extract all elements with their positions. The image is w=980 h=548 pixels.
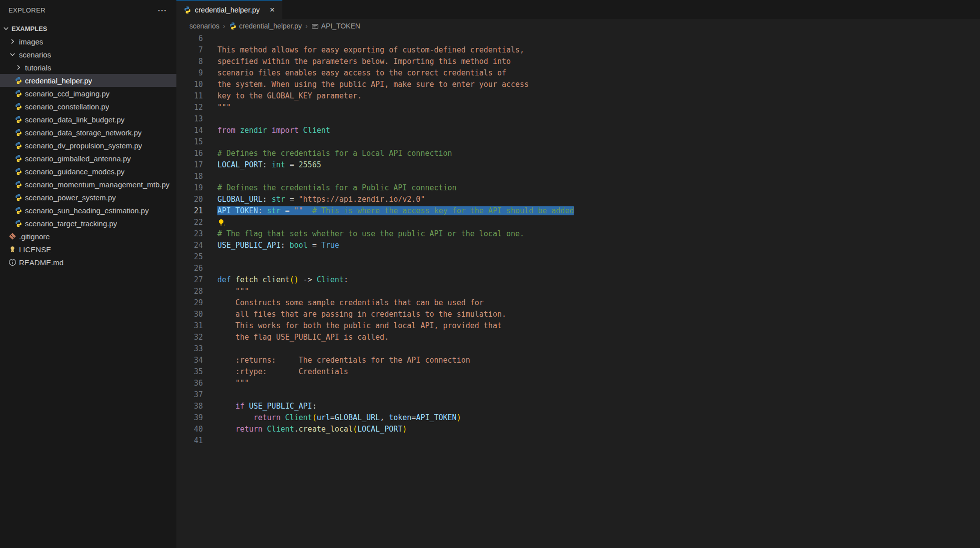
- breadcrumb: scenarios›credential_helper.py›API_TOKEN: [176, 19, 980, 33]
- breadcrumb-item-credential-helper-py[interactable]: credential_helper.py: [229, 22, 302, 30]
- tree-item-scenario-guidance-modes-py[interactable]: scenario_guidance_modes.py: [0, 165, 176, 178]
- code-line[interactable]: 18: [176, 171, 980, 182]
- line-number: 39: [176, 412, 203, 424]
- tree-item-label: .gitignore: [19, 232, 50, 241]
- breadcrumb-label: credential_helper.py: [239, 22, 302, 30]
- line-text: # Defines the credentials for a Public A…: [217, 182, 457, 194]
- code-line[interactable]: 39 return Client(url=GLOBAL_URL, token=A…: [176, 412, 980, 424]
- tree-item-scenarios[interactable]: scenarios: [0, 48, 176, 61]
- code-line[interactable]: 12""": [176, 102, 980, 113]
- code-line[interactable]: 30 all files that are passing in credent…: [176, 309, 980, 320]
- code-editor[interactable]: 67This method allows for easy exporting …: [176, 33, 980, 548]
- tree-item-label: scenario_constellation.py: [25, 102, 109, 111]
- line-number: 29: [176, 297, 203, 309]
- line-number: 35: [176, 366, 203, 378]
- code-line[interactable]: 34 :returns: The credentials for the API…: [176, 355, 980, 366]
- code-line[interactable]: 25: [176, 251, 980, 263]
- tab-label: credential_helper.py: [195, 6, 260, 14]
- code-line[interactable]: 6: [176, 33, 980, 44]
- code-line[interactable]: 32 the flag USE_PUBLIC_API is called.: [176, 332, 980, 343]
- python-icon: [229, 22, 237, 30]
- python-icon: [14, 115, 22, 123]
- tree-item-label: credential_helper.py: [25, 76, 92, 85]
- tree-item-credential-helper-py[interactable]: credential_helper.py: [0, 74, 176, 87]
- code-line[interactable]: 37: [176, 389, 980, 401]
- tree-item-scenario-data-link-budget-py[interactable]: scenario_data_link_budget.py: [0, 113, 176, 126]
- tree-item-label: scenario_guidance_modes.py: [25, 167, 124, 176]
- code-line[interactable]: 17LOCAL_PORT: int = 25565: [176, 159, 980, 171]
- code-line[interactable]: 31 This works for both the public and lo…: [176, 320, 980, 332]
- more-actions-icon[interactable]: ⋯: [157, 5, 167, 15]
- code-line[interactable]: 23# The flag that sets whether to use th…: [176, 228, 980, 240]
- chevron-down-icon: [8, 50, 16, 58]
- line-text: Constructs some sample credentials that …: [217, 297, 484, 309]
- section-label: EXAMPLES: [11, 25, 47, 32]
- code-line[interactable]: 14from zendir import Client: [176, 125, 980, 136]
- line-text: the system. When using the public API, m…: [217, 79, 529, 90]
- code-line[interactable]: 13: [176, 113, 980, 125]
- line-number: 18: [176, 171, 203, 182]
- chevron-right-icon: [14, 63, 22, 71]
- code-line[interactable]: 28 """: [176, 286, 980, 297]
- line-text: This method allows for easy exporting of…: [217, 44, 524, 56]
- code-line[interactable]: 16# Defines the credentials for a Local …: [176, 148, 980, 159]
- tree-item-scenario-gimballed-antenna-py[interactable]: scenario_gimballed_antenna.py: [0, 152, 176, 165]
- line-number: 37: [176, 389, 203, 401]
- tree-item-scenario-dv-propulsion-system-py[interactable]: scenario_dv_propulsion_system.py: [0, 139, 176, 152]
- readme-icon: [8, 258, 16, 266]
- line-text: key to the GLOBAL_KEY parameter.: [217, 90, 362, 102]
- code-line[interactable]: 41: [176, 435, 980, 447]
- code-line[interactable]: 20GLOBAL_URL: str = "https://api.zendir.…: [176, 194, 980, 205]
- tree-item-scenario-sun-heading-estimation-py[interactable]: scenario_sun_heading_estimation.py: [0, 204, 176, 217]
- explorer-title: EXPLORER: [8, 6, 45, 14]
- tree-item-scenario-power-system-py[interactable]: scenario_power_system.py: [0, 191, 176, 204]
- code-line[interactable]: 19# Defines the credentials for a Public…: [176, 182, 980, 194]
- code-line[interactable]: 7This method allows for easy exporting o…: [176, 44, 980, 56]
- python-icon: [14, 154, 22, 162]
- line-number: 23: [176, 228, 203, 240]
- tree-item-tutorials[interactable]: tutorials: [0, 61, 176, 74]
- line-number: 41: [176, 435, 203, 447]
- line-text: from zendir import Client: [217, 125, 330, 136]
- code-line[interactable]: 22: [176, 217, 980, 228]
- code-line[interactable]: 21API_TOKEN: str = "" # This is where th…: [176, 205, 980, 217]
- tree-item-license[interactable]: LICENSE: [0, 243, 176, 256]
- section-examples[interactable]: EXAMPLES: [0, 22, 176, 35]
- code-line[interactable]: 26: [176, 263, 980, 274]
- close-icon[interactable]: ×: [267, 5, 277, 15]
- tree-item-scenario-target-tracking-py[interactable]: scenario_target_tracking.py: [0, 217, 176, 230]
- code-line[interactable]: 10the system. When using the public API,…: [176, 79, 980, 90]
- line-text: """: [217, 378, 249, 389]
- code-line[interactable]: 24USE_PUBLIC_API: bool = True: [176, 240, 980, 251]
- code-line[interactable]: 27def fetch_client() -> Client:: [176, 274, 980, 286]
- line-number: 32: [176, 332, 203, 343]
- tree-item-gitignore[interactable]: .gitignore: [0, 230, 176, 243]
- tree-item-scenario-momentum-management-mtb-py[interactable]: scenario_momentum_management_mtb.py: [0, 178, 176, 191]
- code-line[interactable]: 35 :rtype: Credentials: [176, 366, 980, 378]
- code-line[interactable]: 8specified within the parameters below. …: [176, 56, 980, 67]
- code-line[interactable]: 29 Constructs some sample credentials th…: [176, 297, 980, 309]
- python-icon: [14, 89, 22, 97]
- code-line[interactable]: 36 """: [176, 378, 980, 389]
- breadcrumb-item-scenarios[interactable]: scenarios: [189, 22, 219, 30]
- code-line[interactable]: 9scenario files enables easy access to t…: [176, 67, 980, 79]
- tree-item-label: scenario_ccd_imaging.py: [25, 89, 109, 98]
- tree-item-label: tutorials: [25, 63, 51, 72]
- tree-item-scenario-ccd-imaging-py[interactable]: scenario_ccd_imaging.py: [0, 87, 176, 100]
- tree-item-readme-md[interactable]: README.md: [0, 256, 176, 269]
- lightbulb-icon[interactable]: [217, 218, 226, 227]
- explorer-header: EXPLORER ⋯: [0, 0, 176, 20]
- code-line[interactable]: 33: [176, 343, 980, 355]
- line-number: 11: [176, 90, 203, 102]
- code-line[interactable]: 38 if USE_PUBLIC_API:: [176, 401, 980, 412]
- tree-item-scenario-constellation-py[interactable]: scenario_constellation.py: [0, 100, 176, 113]
- code-line[interactable]: 11key to the GLOBAL_KEY parameter.: [176, 90, 980, 102]
- tab-credential-helper[interactable]: credential_helper.py ×: [176, 0, 282, 19]
- line-number: 28: [176, 286, 203, 297]
- tree-item-scenario-data-storage-network-py[interactable]: scenario_data_storage_network.py: [0, 126, 176, 139]
- breadcrumb-item-api-token[interactable]: API_TOKEN: [311, 22, 360, 30]
- tree-item-images[interactable]: images: [0, 35, 176, 48]
- tree-item-label: scenario_sun_heading_estimation.py: [25, 206, 149, 215]
- code-line[interactable]: 15: [176, 136, 980, 148]
- code-line[interactable]: 40 return Client.create_local(LOCAL_PORT…: [176, 424, 980, 435]
